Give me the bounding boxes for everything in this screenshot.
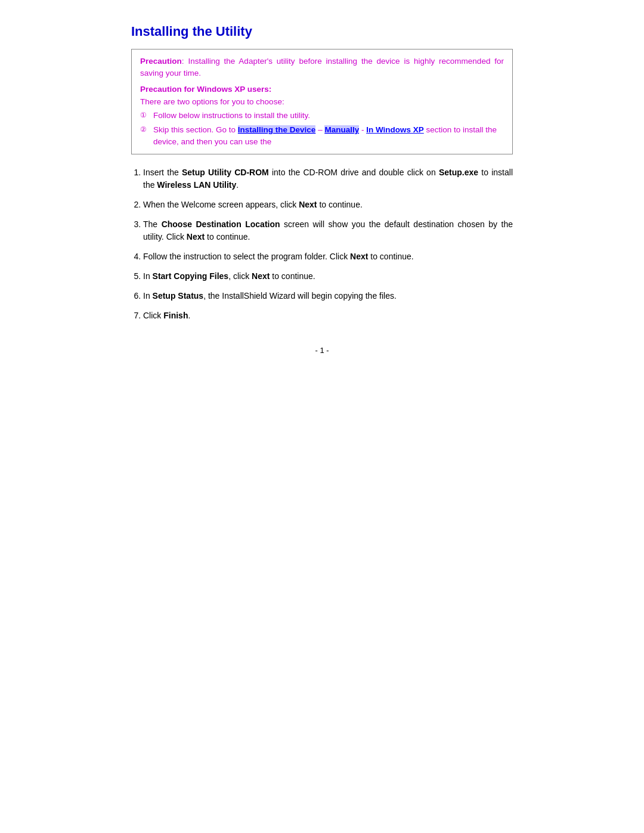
- option-2-text: Skip this section. Go to Installing the …: [153, 124, 504, 148]
- step-1: Insert the Setup Utility CD-ROM into the…: [143, 166, 513, 191]
- option-1-text: Follow below instructions to install the…: [153, 110, 504, 122]
- precaution-label: Precaution: [140, 57, 182, 66]
- option-2-mid2: -: [359, 125, 366, 134]
- precaution-body: : Installing the Adapter's utility befor…: [140, 57, 504, 78]
- step-6-bold-1: Setup Status: [153, 291, 204, 301]
- step-6: In Setup Status, the InstallShield Wizar…: [143, 290, 513, 302]
- manually-link[interactable]: Manually: [324, 125, 359, 134]
- step-2: When the Welcome screen appears, click N…: [143, 199, 513, 211]
- step-5: In Start Copying Files, click Next to co…: [143, 270, 513, 283]
- instructions-list: Insert the Setup Utility CD-ROM into the…: [143, 166, 513, 322]
- step-1-bold-3: Wireless LAN Utility: [157, 180, 236, 190]
- option-2-number: ②: [140, 124, 151, 135]
- page-number: - 1 -: [131, 346, 513, 355]
- step-3: The Choose Destination Location screen w…: [143, 218, 513, 243]
- precaution-box: Precaution: Installing the Adapter's uti…: [131, 49, 513, 154]
- precaution-windows-header: Precaution for Windows XP users:: [140, 85, 504, 94]
- option-2: ② Skip this section. Go to Installing th…: [140, 124, 504, 148]
- step-5-bold-1: Start Copying Files: [153, 271, 229, 281]
- precaution-main-text: Precaution: Installing the Adapter's uti…: [140, 55, 504, 80]
- option-2-mid: –: [315, 125, 324, 134]
- step-3-bold-1: Choose Destination Location: [162, 219, 280, 229]
- option-1: ① Follow below instructions to install t…: [140, 110, 504, 122]
- step-7: Click Finish.: [143, 309, 513, 322]
- page-container: Installing the Utility Precaution: Insta…: [131, 24, 513, 355]
- step-1-bold-2: Setup.exe: [439, 168, 478, 177]
- step-5-bold-2: Next: [252, 271, 270, 281]
- step-2-bold-1: Next: [299, 200, 317, 209]
- option-2-pre: Skip this section. Go to: [153, 125, 238, 134]
- step-7-bold-1: Finish: [163, 311, 188, 320]
- options-intro: There are two options for you to choose:: [140, 97, 504, 106]
- page-title: Installing the Utility: [131, 24, 513, 39]
- step-4-bold-1: Next: [350, 252, 368, 261]
- step-1-bold-1: Setup Utility CD-ROM: [182, 168, 269, 177]
- step-3-bold-2: Next: [187, 232, 205, 241]
- option-1-number: ①: [140, 110, 151, 120]
- step-4: Follow the instruction to select the pro…: [143, 250, 513, 263]
- installing-device-link[interactable]: Installing the Device: [238, 125, 316, 134]
- in-windows-xp-link[interactable]: In Windows XP: [366, 125, 424, 134]
